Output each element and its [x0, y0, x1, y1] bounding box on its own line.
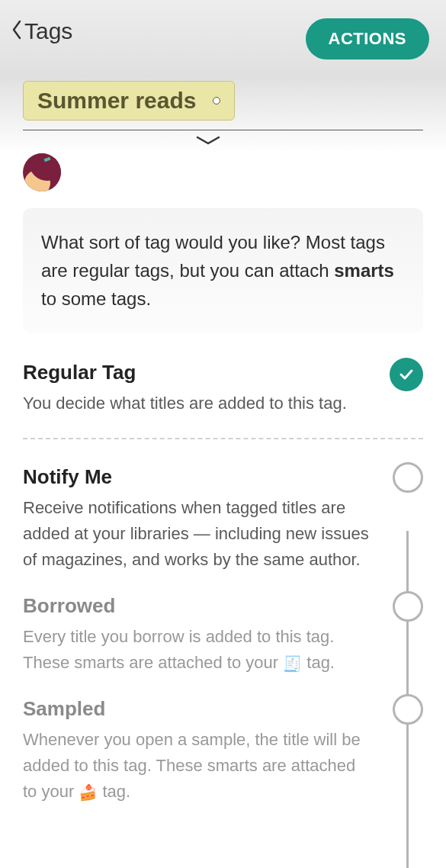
info-text-2: to some tags.: [41, 288, 151, 309]
option-regular-tag[interactable]: Regular Tag You decide what titles are a…: [23, 361, 423, 416]
header: Tags ACTIONS: [0, 0, 446, 76]
option-title: Sampled: [23, 697, 370, 721]
option-list: Regular Tag You decide what titles are a…: [0, 361, 446, 416]
chevron-left-icon: [11, 19, 23, 44]
info-card: What sort of tag would you like? Most ta…: [23, 208, 423, 333]
option-list-smart: Notify Me Receive notifications when tag…: [0, 465, 446, 805]
expand-toggle[interactable]: [23, 130, 393, 153]
chevron-down-icon: [194, 135, 222, 146]
option-title: Regular Tag: [23, 361, 370, 384]
option-title: Notify Me: [23, 465, 370, 489]
tag-container: Summer reads: [23, 81, 423, 130]
cake-icon: 🍰: [79, 781, 98, 805]
tag-hole-icon: [213, 97, 220, 104]
selected-check-icon: [390, 358, 423, 391]
back-label: Tags: [24, 18, 72, 44]
tag-name: Summer reads: [37, 88, 196, 114]
option-sampled[interactable]: Sampled Whenever you open a sample, the …: [23, 697, 423, 805]
option-desc: Whenever you open a sample, the title wi…: [23, 727, 370, 805]
option-desc: Every title you borrow is added to this …: [23, 624, 370, 676]
radio-icon: [393, 462, 423, 493]
actions-button[interactable]: ACTIONS: [306, 18, 430, 59]
receipt-icon: 🧾: [283, 652, 302, 676]
option-title: Borrowed: [23, 594, 370, 618]
option-notify-me[interactable]: Notify Me Receive notifications when tag…: [23, 465, 423, 573]
divider: [23, 438, 423, 439]
radio-icon: [393, 694, 423, 725]
tag-section: Summer reads: [0, 76, 446, 153]
radio-icon: [393, 591, 423, 622]
option-desc: Receive notifications when tagged titles…: [23, 495, 370, 573]
option-borrowed[interactable]: Borrowed Every title you borrow is added…: [23, 594, 423, 676]
info-bold: smarts: [334, 260, 394, 281]
option-desc: You decide what titles are added to this…: [23, 391, 370, 416]
back-button[interactable]: Tags: [11, 18, 72, 44]
avatar: [23, 153, 61, 191]
tag-chip[interactable]: Summer reads: [23, 81, 235, 121]
